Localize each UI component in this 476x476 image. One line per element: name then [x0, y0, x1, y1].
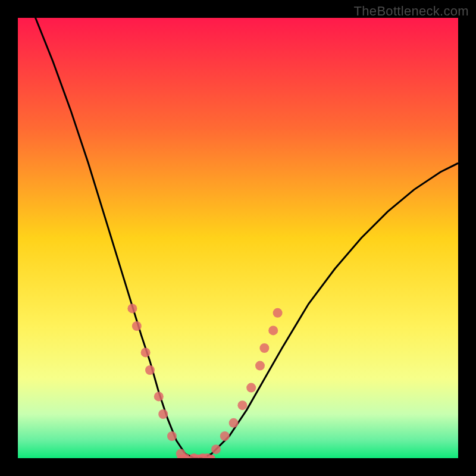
- data-point: [268, 325, 278, 335]
- watermark-text: TheBottleneck.com: [354, 4, 469, 19]
- plot-area: [18, 18, 458, 458]
- data-point: [141, 347, 151, 357]
- bottleneck-curve: [18, 18, 458, 458]
- data-point: [154, 392, 164, 401]
- data-point: [246, 383, 256, 393]
- data-point: [211, 444, 221, 454]
- data-point: [229, 418, 239, 428]
- data-point: [255, 361, 265, 371]
- data-point: [259, 343, 269, 353]
- data-point: [167, 431, 177, 441]
- data-point: [158, 409, 168, 419]
- curve-layer: [18, 18, 458, 458]
- data-point: [237, 400, 247, 410]
- data-point: [273, 308, 283, 318]
- data-point: [127, 303, 137, 313]
- data-point: [189, 453, 199, 458]
- chart-frame: TheBottleneck.com: [0, 0, 476, 476]
- data-point-markers: [127, 303, 282, 458]
- data-point: [145, 365, 155, 375]
- data-point: [132, 321, 142, 331]
- data-point: [220, 431, 230, 441]
